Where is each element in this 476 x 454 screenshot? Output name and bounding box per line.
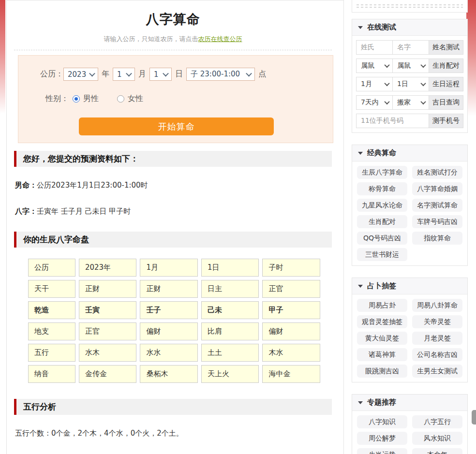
bazi-table-cell: 金传金 <box>79 365 137 383</box>
day-select[interactable]: 1 <box>149 68 172 81</box>
select-value: 属鼠 <box>397 61 411 70</box>
sidebar-test-button[interactable]: 测手机号 <box>429 114 463 128</box>
sidebar-select[interactable]: 属鼠 <box>392 59 429 73</box>
chevron-down-icon <box>384 62 389 68</box>
month-select[interactable]: 1 <box>113 68 135 81</box>
triangle-down-icon <box>358 152 363 155</box>
sidebar-select[interactable]: 7天内 <box>356 95 393 110</box>
sidebar-link[interactable]: QQ号码吉凶 <box>357 232 407 245</box>
intro-paragraph: 男命：公历2023年1月1日23:00-1:00时 <box>15 178 332 193</box>
sidebar-link[interactable]: 九星风水论命 <box>357 199 407 212</box>
sidebar-link[interactable]: 八字知识 <box>357 415 407 428</box>
sidebar-link[interactable]: 周易八卦算命 <box>412 299 462 312</box>
gender-option-female[interactable]: 女性 <box>117 94 143 104</box>
sidebar-link[interactable]: 称骨算命 <box>357 182 407 195</box>
sidebar-link[interactable]: 名字测试算命 <box>412 199 462 212</box>
sidebar-box-header: 占卜抽签 <box>352 278 467 294</box>
sidebar-link[interactable]: 生肖配对 <box>357 215 407 228</box>
input-placeholder: 11位手机号码 <box>361 117 403 125</box>
bazi-table-cell: 地支 <box>28 322 75 340</box>
section-header-chart: 你的生辰八字命盘 <box>14 232 332 248</box>
bazi-table-cell: 桑柘木 <box>140 365 198 383</box>
sidebar-link[interactable]: 本命年 <box>412 448 462 454</box>
sidebar-link[interactable]: 八字五行 <box>412 415 462 428</box>
sidebar-select[interactable]: 搬家 <box>392 95 429 110</box>
sidebar-link[interactable]: 生辰八字算命 <box>357 166 407 179</box>
floating-side-tab[interactable] <box>472 410 476 425</box>
chevron-down-icon <box>246 71 252 77</box>
year-select[interactable]: 2023 <box>63 68 98 81</box>
hour-select[interactable]: 子 23:00-1:00 <box>186 68 255 81</box>
sidebar-link[interactable]: 生肖运势 <box>357 448 407 454</box>
triangle-down-icon <box>358 285 363 288</box>
radio-female-icon[interactable] <box>117 95 124 103</box>
sidebar-link[interactable]: 周易占卦 <box>357 299 407 312</box>
sidebar-link[interactable]: 指纹算命 <box>412 232 462 245</box>
bazi-table-cell: 水水 <box>140 344 198 362</box>
year-unit-label: 年 <box>102 69 109 79</box>
chevron-down-icon <box>420 62 426 68</box>
bazi-table-cell: 公历 <box>28 259 75 277</box>
lunar-lookup-link[interactable]: 农历在线查公历 <box>198 35 242 43</box>
sidebar-link[interactable]: 车牌号码吉凶 <box>412 215 462 228</box>
bazi-table-cell: 天干 <box>28 280 75 298</box>
sidebar-input[interactable]: 名字 <box>392 40 429 55</box>
sidebar: 在线测试 姓氏名字姓名测试属鼠属鼠生肖配对1月1日生日运程7天内搬家吉日查询11… <box>352 0 468 454</box>
bazi-table-cell: 水木 <box>79 344 137 362</box>
left-red-edge-decoration <box>0 0 5 114</box>
sidebar-input[interactable]: 姓氏 <box>356 40 393 55</box>
radio-male-checked-icon[interactable] <box>73 95 80 103</box>
bazi-table-cell: 甲子 <box>262 301 320 319</box>
bazi-table-cell: 偏财 <box>140 322 198 340</box>
sidebar-link-boxes: 经典算命生辰八字算命姓名测试打分称骨算命八字算命婚姻九星风水论命名字测试算命生肖… <box>352 145 468 454</box>
online-test-box: 在线测试 姓氏名字姓名测试属鼠属鼠生肖配对1月1日生日运程7天内搬家吉日查询11… <box>352 19 468 133</box>
sidebar-test-button[interactable]: 生肖配对 <box>429 59 463 73</box>
bazi-table-cell: 2023年 <box>79 259 137 277</box>
sidebar-select[interactable]: 1月 <box>356 77 393 91</box>
sidebar-box-header: 专题推荐 <box>352 395 467 411</box>
sidebar-input[interactable]: 11位手机号码 <box>356 114 429 128</box>
select-value: 搬家 <box>397 98 411 107</box>
chevron-down-icon <box>420 81 426 86</box>
sidebar-link[interactable]: 公司名称吉凶 <box>412 348 462 361</box>
sidebar-link[interactable]: 诸葛神算 <box>357 348 407 361</box>
bazi-table-cell: 正财 <box>79 280 137 298</box>
sidebar-link[interactable]: 生男生女测试 <box>412 365 462 378</box>
bazi-table-row: 乾造壬寅壬子己未甲子 <box>28 301 320 319</box>
bazi-table-cell: 木水 <box>262 344 320 362</box>
bazi-table-row: 纳音金传金桑柘木天上火海中金 <box>28 365 320 383</box>
bazi-table-cell: 正官 <box>262 280 320 298</box>
bazi-table-row: 五行水木水水土土木水 <box>28 344 320 362</box>
bazi-table-cell: 纳音 <box>28 365 75 383</box>
sidebar-link[interactable]: 周公解梦 <box>357 432 407 445</box>
sidebar-select[interactable]: 属鼠 <box>356 59 393 73</box>
bazi-table-cell: 壬寅 <box>79 301 137 319</box>
sidebar-test-button[interactable]: 姓名测试 <box>429 40 463 55</box>
sidebar-link[interactable]: 观音灵签抽签 <box>357 315 407 328</box>
sidebar-link[interactable]: 风水知识 <box>412 432 462 445</box>
sidebar-link[interactable]: 三世书财运 <box>357 248 407 261</box>
online-test-row: 7天内搬家吉日查询 <box>356 95 463 110</box>
bazi-table-cell: 偏财 <box>262 322 320 340</box>
page-container: 八字算命 请输入公历，只知道农历，请点击农历在线查公历 公历： 2023 年 1… <box>6 0 476 454</box>
sidebar-link[interactable]: 姓名测试打分 <box>412 166 462 179</box>
sidebar-test-button[interactable]: 生日运程 <box>429 77 463 91</box>
select-value: 1月 <box>361 80 372 88</box>
sidebar-link[interactable]: 八字算命婚姻 <box>412 182 462 195</box>
triangle-down-icon <box>358 26 363 29</box>
sidebar-link[interactable]: 眼跳测吉凶 <box>357 365 407 378</box>
intro-label: 男命： <box>15 181 37 190</box>
online-test-row: 1月1日生日运程 <box>356 77 463 91</box>
bazi-table-cell: 日主 <box>201 280 259 298</box>
sidebar-select[interactable]: 1日 <box>392 77 429 91</box>
hour-unit-label: 点 <box>258 69 266 79</box>
sidebar-link-grid: 周易占卦周易八卦算命观音灵签抽签关帝灵签黄大仙灵签月老灵签诸葛神算公司名称吉凶眼… <box>352 294 467 382</box>
sidebar-test-button[interactable]: 吉日查询 <box>429 95 463 110</box>
bazi-table-cell: 壬子 <box>140 301 198 319</box>
sidebar-link[interactable]: 黄大仙灵签 <box>357 332 407 345</box>
sidebar-link[interactable]: 关帝灵签 <box>412 315 462 328</box>
gender-option-male[interactable]: 男性 <box>73 94 99 104</box>
start-fortune-button[interactable]: 开始算命 <box>79 117 274 135</box>
birth-date-row: 公历： 2023 年 1 月 1 日 子 23:00-1:00 点 <box>40 68 333 81</box>
sidebar-link[interactable]: 月老灵签 <box>412 332 462 345</box>
